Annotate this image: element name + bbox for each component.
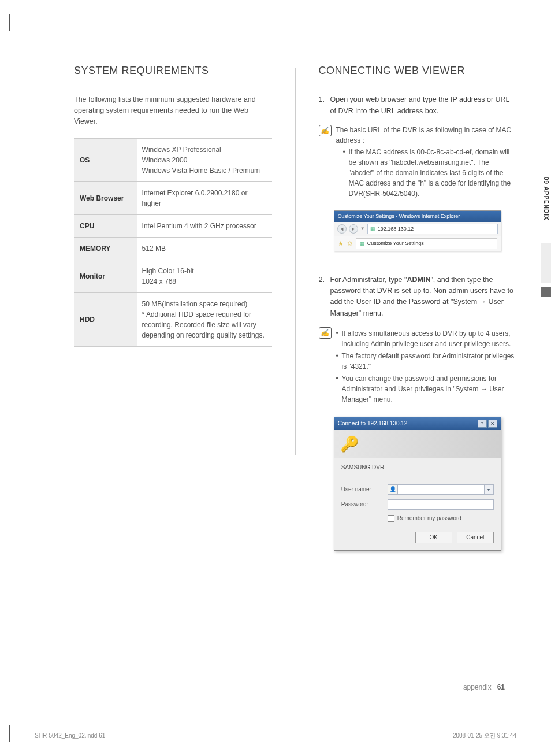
remember-label: Remember my password [397, 514, 461, 522]
page-content: SYSTEM REQUIREMENTS The following lists … [74, 64, 516, 704]
step-2: For Administrator, type "ADMIN", and the… [319, 275, 517, 320]
note-bullet: If the MAC address is 00-0c-8c-ab-cd-ef,… [343, 147, 517, 199]
address-bar[interactable]: ▦ 192.168.130.12 [367, 224, 498, 235]
realm-label: SAMSUNG DVR [341, 464, 494, 472]
password-input[interactable] [388, 499, 494, 510]
dialog-banner: 🔑 [334, 430, 501, 458]
table-row: HDD 50 MB(Installation space required) *… [74, 293, 272, 347]
remember-row[interactable]: Remember my password [388, 514, 494, 522]
page-icon: ▦ [370, 225, 375, 233]
system-requirements-intro: The following lists the minimum suggeste… [74, 94, 272, 127]
table-row: OS Windows XP Professional Windows 2000 … [74, 139, 272, 182]
req-label: Monitor [74, 260, 137, 293]
req-label: HDD [74, 293, 137, 347]
browser-toolbar: ◄ ► ▼ ▦ 192.168.130.12 [334, 222, 501, 237]
user-icon: 👤 [388, 484, 398, 495]
req-value: Internet Explorer 6.0.2900.2180 or highe… [137, 182, 272, 215]
system-requirements-heading: SYSTEM REQUIREMENTS [74, 64, 272, 78]
table-row: CPU Intel Pentium 4 with 2 GHz processor [74, 215, 272, 238]
table-row: Monitor High Color 16-bit 1024 x 768 [74, 260, 272, 293]
password-label: Password: [341, 501, 382, 509]
req-value: Intel Pentium 4 with 2 GHz processor [137, 215, 272, 238]
print-timestamp: 2008-01-25 오전 9:31:44 [453, 732, 516, 740]
username-combo[interactable]: 👤 ▾ [388, 484, 494, 495]
req-label: OS [74, 139, 137, 182]
page-number: 61 [497, 683, 505, 691]
step2-pre: For Administrator, type " [330, 276, 407, 284]
forward-button[interactable]: ► [349, 224, 358, 234]
add-favorite-icon[interactable]: ✩ [347, 239, 352, 248]
right-column: CONNECTING WEB VIEWER Open your web brow… [319, 64, 517, 704]
left-column: SYSTEM REQUIREMENTS The following lists … [74, 64, 272, 704]
dialog-title: Connect to 192.168.130.12 [338, 420, 408, 428]
note-body: The basic URL of the DVR is as following… [336, 125, 517, 200]
username-label: User name: [341, 486, 382, 494]
tab-label: Customize Your Settings [367, 240, 424, 246]
note-block-2: ✍ It allows simultaneous access to DVR b… [319, 327, 517, 406]
requirements-table: OS Windows XP Professional Windows 2000 … [74, 138, 272, 347]
back-button[interactable]: ◄ [337, 224, 347, 234]
cancel-button[interactable]: Cancel [457, 532, 494, 543]
side-marker-light [541, 243, 551, 283]
note-bullet: You can change the password and permissi… [336, 373, 517, 405]
print-file: SHR-5042_Eng_02.indd 61 [35, 732, 105, 740]
connecting-web-viewer-heading: CONNECTING WEB VIEWER [319, 64, 517, 78]
req-label: MEMORY [74, 238, 137, 260]
browser-screenshot: Customize Your Settings - Windows Intern… [334, 210, 501, 251]
browser-tab[interactable]: ▦Customize Your Settings [356, 238, 497, 249]
side-tab: 09 APPENDIX [541, 173, 551, 297]
dialog-buttons: OK Cancel [341, 532, 494, 543]
steps-list: Open your web browser and type the IP ad… [319, 94, 517, 117]
password-row: Password: [341, 499, 494, 510]
page-footer: appendix _61 [463, 683, 505, 692]
ok-button[interactable]: OK [415, 532, 452, 543]
footer-label: appendix _ [463, 683, 497, 691]
req-label: CPU [74, 215, 137, 238]
note-lead: The basic URL of the DVR is as following… [336, 126, 512, 144]
username-input[interactable] [398, 484, 485, 495]
username-row: User name: 👤 ▾ [341, 484, 494, 495]
req-value: 512 MB [137, 238, 272, 260]
favorites-icon[interactable]: ★ [338, 239, 344, 248]
help-button[interactable]: ? [478, 420, 487, 428]
address-text: 192.168.130.12 [378, 225, 414, 233]
note-body: It allows simultaneous access to DVR by … [336, 327, 517, 406]
dropdown-icon: ▼ [360, 225, 365, 232]
favorites-bar: ★ ✩ ▦Customize Your Settings [334, 236, 501, 251]
note-icon: ✍ [319, 327, 332, 339]
print-footer: SHR-5042_Eng_02.indd 61 2008-01-25 오전 9:… [35, 732, 516, 740]
req-label: Web Browser [74, 182, 137, 215]
step-1: Open your web browser and type the IP ad… [319, 94, 517, 117]
dialog-body: SAMSUNG DVR User name: 👤 ▾ Password: Rem… [334, 458, 501, 550]
req-value: 50 MB(Installation space required) * Add… [137, 293, 272, 347]
table-row: Web Browser Internet Explorer 6.0.2900.2… [74, 182, 272, 215]
steps-list-2: For Administrator, type "ADMIN", and the… [319, 275, 517, 320]
title-text: Customize Your Settings - Windows Intern… [338, 213, 460, 219]
appendix-label: 09 APPENDIX [542, 173, 550, 229]
login-dialog: Connect to 192.168.130.12 ? ✕ 🔑 SAMSUNG … [334, 417, 501, 551]
browser-window-title: Customize Your Settings - Windows Intern… [334, 211, 501, 222]
combo-dropdown-icon[interactable]: ▾ [485, 484, 494, 495]
note-bullet: The factory default password for Adminis… [336, 351, 517, 372]
dialog-titlebar: Connect to 192.168.130.12 ? ✕ [334, 417, 501, 430]
step2-admin: ADMIN [407, 276, 430, 284]
req-value: High Color 16-bit 1024 x 768 [137, 260, 272, 293]
note-icon: ✍ [319, 125, 332, 136]
table-row: MEMORY 512 MB [74, 238, 272, 260]
column-divider [295, 68, 296, 455]
note-bullet: It allows simultaneous access to DVR by … [336, 328, 517, 349]
remember-checkbox[interactable] [388, 515, 394, 522]
req-value: Windows XP Professional Windows 2000 Win… [137, 139, 272, 182]
key-icon: 🔑 [340, 433, 359, 454]
note-block-1: ✍ The basic URL of the DVR is as followi… [319, 125, 517, 200]
close-button[interactable]: ✕ [488, 420, 497, 428]
side-marker-dark [541, 287, 551, 297]
tab-icon: ▦ [360, 240, 365, 246]
